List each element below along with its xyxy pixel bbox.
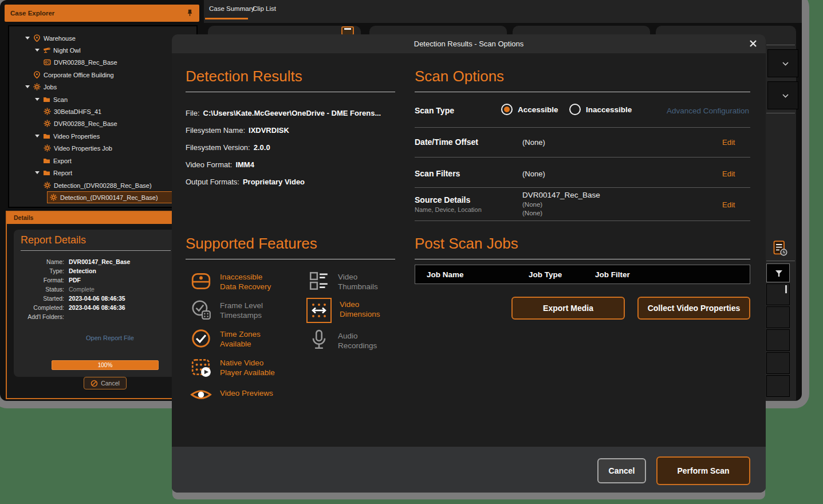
- tree-item[interactable]: DVR00288_Rec_Base: [9, 117, 196, 129]
- grid-header: [766, 263, 790, 282]
- radio-ring: [501, 104, 513, 115]
- folder-icon: [42, 157, 51, 164]
- job-type-column[interactable]: Job Type: [529, 270, 562, 279]
- open-report-file-link[interactable]: Open Report File: [86, 334, 134, 341]
- tree-item[interactable]: Night Owl: [9, 44, 196, 56]
- video-dimensions-icon: [306, 298, 332, 323]
- output-formats-value: Proprietary Video: [243, 178, 305, 186]
- report-cancel-button[interactable]: Cancel: [84, 377, 127, 389]
- pin-icon[interactable]: [186, 9, 194, 17]
- source-details-sublabel: Name, Device, Location: [415, 206, 482, 213]
- feature-time-zones: Time ZonesAvailable: [190, 328, 261, 349]
- radio-accessible[interactable]: Accessible: [501, 104, 558, 115]
- report-queue-icon[interactable]: [772, 241, 788, 257]
- video-format-value: IMM4: [235, 160, 254, 169]
- expander-icon[interactable]: [33, 48, 42, 52]
- dropdown-field[interactable]: [767, 81, 798, 109]
- report-progress-bar: 100%: [52, 360, 159, 370]
- tree-item[interactable]: Video Properties Job: [9, 142, 196, 154]
- tree-item-selected[interactable]: Detection_(DVR00147_Rec_Base): [9, 191, 196, 203]
- feature-audio-recordings: AudioRecordings: [308, 329, 377, 351]
- media-drive-icon: [42, 58, 52, 66]
- tree-item[interactable]: Export: [9, 155, 196, 167]
- tab-strip: Case Summary Clip List: [204, 0, 802, 23]
- scan-filters-label: Scan Filters: [415, 169, 460, 178]
- radio-inaccessible[interactable]: Inaccessible: [569, 104, 632, 115]
- tree-item[interactable]: Corporate Office Building: [9, 69, 196, 81]
- details-panel: Details Report Details Name:DVR00147_Rec…: [6, 211, 173, 399]
- case-explorer-tree: Warehouse Night Owl DVR00288_Rec_Base Co…: [8, 25, 198, 208]
- tree-item[interactable]: Jobs: [9, 81, 196, 93]
- camera-icon: [42, 46, 51, 54]
- feature-video-dimensions: VideoDimensions: [306, 298, 380, 323]
- source-device-value: (None): [522, 201, 542, 208]
- gear-icon: [42, 182, 52, 189]
- tree-item[interactable]: Scan: [9, 93, 196, 105]
- gear-icon: [42, 144, 52, 152]
- case-explorer-title: Case Explorer: [10, 10, 186, 17]
- filter-funnel-icon[interactable]: [775, 270, 783, 277]
- report-started-value: 2023-04-06 08:46:35: [69, 295, 125, 302]
- case-explorer-header: Case Explorer: [5, 5, 199, 22]
- tree-item[interactable]: Report: [9, 167, 196, 179]
- tab-case-summary[interactable]: Case Summary: [209, 5, 254, 12]
- datetime-offset-value: (None): [522, 138, 545, 147]
- grid-row[interactable]: [766, 306, 790, 328]
- dropdown-field[interactable]: [767, 49, 798, 77]
- report-status-value: Complete: [69, 286, 94, 293]
- expander-icon[interactable]: [33, 171, 42, 175]
- source-details-label: Source Details: [415, 195, 470, 204]
- native-player-icon: [190, 356, 212, 378]
- chevron-down-icon: [782, 94, 789, 98]
- expander-icon[interactable]: [23, 36, 32, 40]
- scan-options-heading: Scan Options: [415, 68, 504, 85]
- grid-row[interactable]: [766, 375, 790, 397]
- report-type-value: Detection: [69, 267, 96, 274]
- scan-type-label: Scan Type: [415, 106, 454, 115]
- tree-item[interactable]: Warehouse: [9, 32, 196, 44]
- gear-icon: [42, 120, 52, 127]
- data-recovery-icon: [190, 270, 212, 292]
- supported-features-heading: Supported Features: [186, 235, 317, 253]
- tree-item[interactable]: Video Properties: [9, 130, 196, 142]
- source-details-edit-link[interactable]: Edit: [722, 200, 735, 209]
- tree-item[interactable]: DVR00288_Rec_Base: [9, 56, 196, 68]
- feature-frame-level-timestamps: Frame LevelTimestamps: [190, 299, 263, 321]
- expander-icon[interactable]: [33, 97, 42, 101]
- gear-icon: [42, 108, 52, 115]
- cancel-button[interactable]: Cancel: [597, 458, 646, 483]
- gear-icon: [49, 194, 58, 201]
- datetime-offset-edit-link[interactable]: Edit: [722, 138, 735, 147]
- close-icon[interactable]: [749, 39, 758, 48]
- expander-icon[interactable]: [23, 85, 32, 89]
- perform-scan-button[interactable]: Perform Scan: [656, 456, 750, 485]
- scan-filters-edit-link[interactable]: Edit: [722, 170, 735, 178]
- collect-video-properties-button[interactable]: Collect Video Properties: [637, 297, 750, 320]
- job-filter-column[interactable]: Job Filter: [595, 270, 630, 279]
- chevron-down-icon: [782, 62, 789, 66]
- active-tab-underline: [205, 18, 248, 19]
- expander-icon[interactable]: [33, 134, 42, 138]
- advanced-configuration-link[interactable]: Advanced Configuration: [667, 107, 749, 115]
- no-symbol-icon: [90, 380, 98, 387]
- export-media-button[interactable]: Export Media: [511, 297, 625, 320]
- tree-item[interactable]: 30BetaDHFS_41: [9, 105, 196, 117]
- report-format-value: PDF: [69, 277, 81, 284]
- scan-filters-value: (None): [522, 170, 545, 178]
- location-pin-icon: [32, 34, 41, 42]
- post-scan-jobs-heading: Post Scan Jobs: [415, 235, 518, 253]
- datetime-offset-label: Date/Time Offset: [415, 137, 478, 147]
- grid-row[interactable]: [766, 352, 790, 374]
- grid-row[interactable]: [766, 329, 790, 351]
- screenshot-canvas: Case Explorer Warehouse Night Owl DVR002…: [0, 0, 823, 504]
- job-name-column[interactable]: Job Name: [427, 270, 464, 279]
- tree-item[interactable]: Detection_(DVR00288_Rec_Base): [9, 179, 196, 191]
- jobs-table-header: Job Name Job Type Job Filter: [415, 265, 750, 284]
- video-previews-icon: [190, 387, 212, 403]
- scrollbar-thumb[interactable]: [785, 285, 787, 293]
- folder-icon: [42, 132, 51, 140]
- report-details-card: Report Details Name:DVR00147_Rec_Base Ty…: [14, 230, 173, 377]
- feature-video-previews: Video Previews: [190, 387, 273, 403]
- tab-clip-list[interactable]: Clip List: [253, 5, 276, 12]
- dialog-titlebar: Detection Results - Scan Options: [172, 34, 766, 53]
